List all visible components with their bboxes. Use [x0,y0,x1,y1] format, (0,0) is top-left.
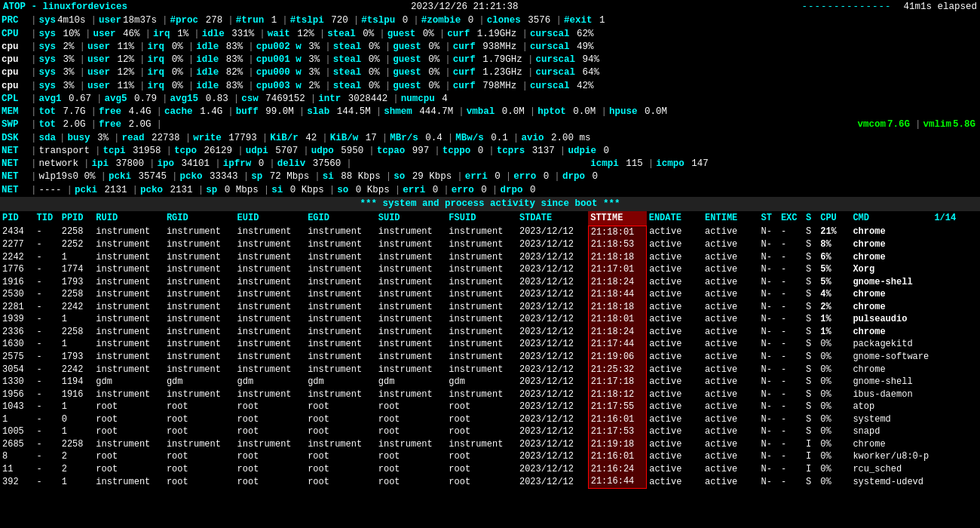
col-header-ppid: PPID [60,211,94,226]
cpl-label: CPL [2,93,29,106]
header-dashes: -------------- [801,1,891,14]
table-row: 1916-1793instrumentinstrumentinstrumenti… [0,276,980,289]
table-row: 8-2rootrootrootrootrootroot2023/12/1221:… [0,450,980,463]
table-row: 11-2rootrootrootrootrootroot2023/12/1221… [0,463,980,476]
net-lo-row: NET | ---- | pcki 2131 | pcko 2131 | sp … [0,184,980,197]
swp-row: SWP | tot 2.0G | free 2.0G | vmcom 7.6G … [0,118,980,131]
cpu-row-2: cpu | sys 3% | user 12% | irq 0% | idle … [0,66,980,79]
vmlim-val: 5.8G [953,118,975,131]
vmcom-val: 7.6G [887,118,910,131]
col-header-pid: PID [0,211,35,226]
table-row: 1043-1rootrootrootrootrootroot2023/12/12… [0,401,980,413]
cpu-label: CPU [2,28,29,41]
cpu2-label: cpu [2,66,29,79]
col-header-rgid: RGID [164,211,235,226]
header-datetime: 2023/12/26 21:21:38 [411,1,519,14]
cpu0-label: cpu [2,41,29,54]
col-header-stdate: STDATE [517,211,588,226]
section-divider: *** system and process activity since bo… [0,197,980,211]
cpu3-label: cpu [2,80,29,93]
table-row: 2281-2242instrumentinstrumentinstrumenti… [0,301,980,314]
col-header-cmd: CMD 1/14 [850,211,980,226]
col-header-st: ST [759,211,779,226]
col-header-exc: EXC [779,211,804,226]
mem-row: MEM | tot 7.7G | free 4.4G | cache 1.4G … [0,106,980,118]
table-row: 1939-1instrumentinstrumentinstrumentinst… [0,313,980,326]
col-header-cpu: CPU [818,211,850,226]
dsk-row: DSK | sda | busy 3% | read 22738 | write… [0,132,980,145]
col-header-entime: ENTIME [703,211,758,226]
cpu-row-total: CPU | sys 10% | user 46% | irq 1% | idle… [0,28,980,41]
process-table: PID TID PPID RUID RGID EUID EGID SUID FS… [0,211,980,489]
prc-row: PRC | sys4m10s | user18m37s | #proc 278 … [0,14,980,27]
cpu1-label: cpu [2,54,29,66]
terminal-window: ATOP - linuxfordevices 2023/12/26 21:21:… [0,0,980,489]
table-row: 392-1instrumentrootrootrootrootroot2023/… [0,475,980,488]
net-lo-label: NET [2,184,29,197]
net-wlp-row: NET | wlp19s0 0% | pcki 35745 | pcko 333… [0,170,980,183]
net-wlp-label: NET [2,170,29,183]
prc-label: PRC [2,14,29,27]
col-header-ruid: RUID [93,211,164,226]
cpl-row: CPL | avg1 0.67 | avg5 0.79 | avg15 0.83… [0,93,980,106]
table-header-row: PID TID PPID RUID RGID EUID EGID SUID FS… [0,211,980,226]
cpu-row-3: cpu | sys 3% | user 11% | irq 0% | idle … [0,80,980,93]
col-header-suid: SUID [376,211,447,226]
table-row: 2575-1793instrumentinstrumentinstrumenti… [0,351,980,364]
cpu-row-0: cpu | sys 2% | user 11% | irq 0% | idle … [0,41,980,54]
mem-label: MEM [2,106,29,118]
col-header-s: S [804,211,818,226]
col-header-tid: TID [35,211,60,226]
net-transport-row: NET | transport | tcpi 31958 | tcpo 2612… [0,145,980,158]
table-row: 2242-1instrumentinstrumentinstrumentinst… [0,251,980,264]
table-row: 1005-1rootrootrootrootrootroot2023/12/12… [0,425,980,438]
table-row: 1330-1194gdmgdmgdmgdmgdmgdm2023/12/1221:… [0,376,980,388]
table-row: 2434-2258instrumentinstrumentinstrumenti… [0,226,980,238]
dsk-label: DSK [2,132,29,145]
net-transport-label: NET [2,145,29,158]
table-row: 2277-2252instrumentinstrumentinstrumenti… [0,238,980,251]
table-row: 1776-1774instrumentinstrumentinstrumenti… [0,263,980,276]
stats-section: PRC | sys4m10s | user18m37s | #proc 278 … [0,14,980,197]
table-row: 1630-1instrumentinstrumentinstrumentinst… [0,338,980,351]
col-header-endate: ENDATE [647,211,703,226]
swp-label: SWP [2,118,29,131]
net-network-label: NET [2,158,29,170]
table-row: 2336-2258instrumentinstrumentinstrumenti… [0,326,980,339]
table-row: 1-0rootrootrootrootrootroot2023/12/1221:… [0,413,980,426]
col-header-fsuid: FSUID [446,211,517,226]
table-row: 1956-1916instrumentinstrumentinstrumenti… [0,388,980,401]
header-elapsed: 41m1s elapsed [903,1,977,14]
cpu-row-1: cpu | sys 3% | user 12% | irq 0% | idle … [0,54,980,66]
vmcom-key: vmcom [857,118,886,131]
header-title: ATOP - linuxfordevices [3,1,127,14]
col-header-egid: EGID [305,211,376,226]
table-row: 2685-2258instrumentinstrumentinstrumenti… [0,438,980,451]
net-network-row: NET | network | ipi 37800 | ipo 34101 | … [0,158,980,170]
header-bar: ATOP - linuxfordevices 2023/12/26 21:21:… [0,0,980,14]
vmlim-key: vmlim [923,118,951,131]
table-row: 2530-2258instrumentinstrumentinstrumenti… [0,288,980,301]
col-header-sttime: STTIME [588,211,647,226]
table-row: 3054-2242instrumentinstrumentinstrumenti… [0,364,980,376]
col-header-euid: EUID [235,211,306,226]
